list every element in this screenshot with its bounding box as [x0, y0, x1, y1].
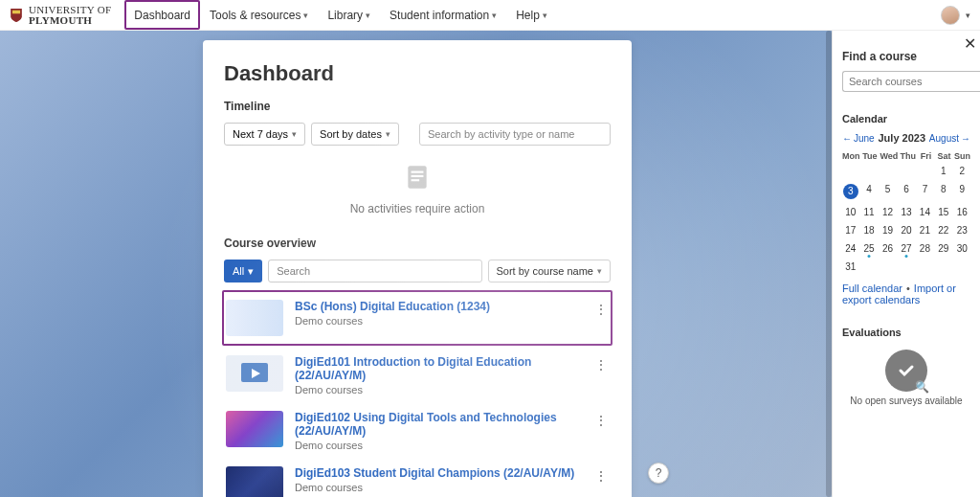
help-fab[interactable]: ? — [648, 463, 669, 484]
overview-filter-button[interactable]: All▾ — [224, 260, 262, 282]
course-row[interactable]: BSc (Hons) Digital Education (1234) Demo… — [222, 290, 612, 346]
svg-rect-2 — [412, 171, 424, 173]
calendar-day[interactable]: 17 — [842, 222, 858, 238]
calendar-today[interactable]: 3 — [843, 184, 858, 199]
svg-rect-0 — [12, 10, 20, 13]
right-sidebar: Find a course Calendar ←June July 2023 A… — [832, 31, 980, 497]
scrollbar[interactable] — [826, 31, 832, 497]
course-row[interactable]: DigiEd103 Student Digital Champions (22/… — [224, 459, 611, 497]
calendar-day[interactable]: 16 — [954, 204, 970, 220]
calendar-day[interactable]: 8 — [935, 181, 951, 202]
course-row[interactable]: DigiEd102 Using Digital Tools and Techno… — [224, 403, 611, 459]
calendar-day[interactable]: 28 — [917, 240, 933, 257]
calendar-day[interactable]: 20 — [898, 222, 914, 238]
calendar-day[interactable]: 18 — [860, 222, 877, 238]
course-title[interactable]: DigiEd101 Introduction to Digital Educat… — [295, 355, 582, 382]
calendar-dow: Tue — [862, 149, 879, 163]
chevron-down-icon: ▾ — [292, 129, 297, 139]
evaluations-icon-circle: 🔍 — [885, 350, 927, 392]
timeline-sort-button[interactable]: Sort by dates▾ — [311, 123, 399, 146]
calendar-day[interactable]: 21 — [917, 222, 933, 238]
calendar-next[interactable]: August→ — [929, 133, 970, 144]
calendar-day — [898, 259, 914, 275]
nav-student-info[interactable]: Student information▾ — [380, 0, 506, 30]
course-thumbnail — [226, 466, 283, 497]
timeline-empty-text: No activities require action — [224, 202, 611, 215]
course-thumbnail — [226, 355, 283, 392]
calendar-day[interactable]: 26 — [880, 240, 896, 257]
sidebar-close-button[interactable]: ✕ — [964, 34, 976, 53]
calendar-day — [860, 163, 877, 179]
svg-rect-1 — [408, 166, 426, 189]
calendar-day[interactable]: 1 — [935, 163, 951, 179]
calendar-day[interactable]: 23 — [954, 222, 970, 238]
calendar-grid: 1234567891011121314151617181920212223242… — [842, 163, 970, 275]
calendar-day[interactable]: 7 — [917, 181, 933, 202]
find-course-input[interactable] — [842, 71, 980, 92]
clipboard-icon — [405, 163, 430, 192]
calendar-day[interactable]: 5 — [880, 181, 896, 202]
calendar-dow: Sat — [936, 149, 952, 163]
calendar-day[interactable]: 29 — [935, 240, 951, 257]
calendar-dow: Sun — [954, 149, 970, 163]
calendar-day[interactable]: 6 — [898, 181, 914, 202]
overview-sort-label: Sort by course name — [497, 265, 594, 277]
calendar-dow-row: MonTueWedThuFriSatSun — [842, 149, 970, 163]
calendar-day[interactable]: 13 — [898, 204, 914, 220]
overview-sort-button[interactable]: Sort by course name▾ — [488, 260, 612, 282]
avatar[interactable] — [941, 6, 960, 25]
full-calendar-link[interactable]: Full calendar — [842, 282, 902, 294]
calendar-day[interactable]: 19 — [880, 222, 896, 238]
calendar-day[interactable]: 24 — [842, 240, 858, 257]
nav-tools-resources[interactable]: Tools & resources▾ — [200, 0, 318, 30]
timeline-empty: No activities require action — [224, 163, 611, 215]
nav-help[interactable]: Help▾ — [506, 0, 557, 30]
calendar-day[interactable]: 22 — [935, 222, 951, 238]
brand[interactable]: UNIVERSITY OF PLYMOUTH — [10, 5, 111, 26]
main-backdrop: Dashboard Timeline Next 7 days▾ Sort by … — [0, 31, 832, 497]
shield-icon — [10, 7, 23, 24]
course-menu-button[interactable]: ⋮ — [593, 468, 609, 484]
timeline-search-input[interactable] — [419, 123, 611, 146]
nav-library[interactable]: Library▾ — [318, 0, 380, 30]
course-title[interactable]: DigiEd102 Using Digital Tools and Techno… — [295, 411, 582, 438]
calendar-links: Full calendar•Import or export calendars — [842, 282, 970, 305]
calendar-day[interactable]: 25 — [860, 240, 877, 257]
calendar-day[interactable]: 9 — [954, 181, 970, 202]
calendar-day[interactable]: 14 — [917, 204, 933, 220]
chevron-down-icon[interactable]: ▾ — [966, 11, 970, 20]
course-row[interactable]: DigiEd101 Introduction to Digital Educat… — [224, 348, 611, 403]
calendar-heading: Calendar — [842, 113, 970, 124]
timeline-sort-label: Sort by dates — [320, 128, 382, 140]
course-menu-button[interactable]: ⋮ — [593, 413, 609, 428]
course-thumbnail — [226, 300, 283, 336]
calendar-day[interactable]: 2 — [954, 163, 970, 179]
calendar-day[interactable]: 3 — [842, 181, 858, 202]
course-menu-button[interactable]: ⋮ — [593, 357, 609, 373]
course-category: Demo courses — [295, 384, 582, 395]
calendar-day[interactable]: 12 — [880, 204, 896, 220]
course-title[interactable]: DigiEd103 Student Digital Champions (22/… — [295, 466, 582, 480]
calendar-day[interactable]: 4 — [860, 181, 877, 202]
calendar-day[interactable]: 10 — [842, 204, 858, 220]
chevron-down-icon: ▾ — [597, 266, 602, 276]
calendar-day[interactable]: 30 — [954, 240, 970, 257]
calendar-day[interactable]: 15 — [935, 204, 951, 220]
calendar-day[interactable]: 31 — [842, 259, 858, 275]
nav-dashboard[interactable]: Dashboard — [124, 0, 200, 30]
calendar-day[interactable]: 27 — [898, 240, 914, 257]
chevron-down-icon: ▾ — [366, 11, 370, 20]
arrow-left-icon: ← — [842, 133, 852, 144]
magnifier-icon: 🔍 — [915, 380, 929, 394]
find-course-heading: Find a course — [842, 50, 970, 63]
course-title[interactable]: BSc (Hons) Digital Education (1234) — [295, 300, 582, 313]
timeline-range-button[interactable]: Next 7 days▾ — [224, 123, 305, 146]
course-menu-button[interactable]: ⋮ — [593, 302, 609, 317]
chevron-down-icon: ▾ — [492, 11, 497, 20]
overview-search-input[interactable] — [268, 260, 481, 282]
calendar-prev[interactable]: ←June — [842, 133, 875, 144]
course-category: Demo courses — [295, 315, 582, 327]
chevron-down-icon: ▾ — [248, 265, 254, 278]
calendar-day[interactable]: 11 — [860, 204, 877, 220]
timeline-heading: Timeline — [224, 100, 611, 113]
